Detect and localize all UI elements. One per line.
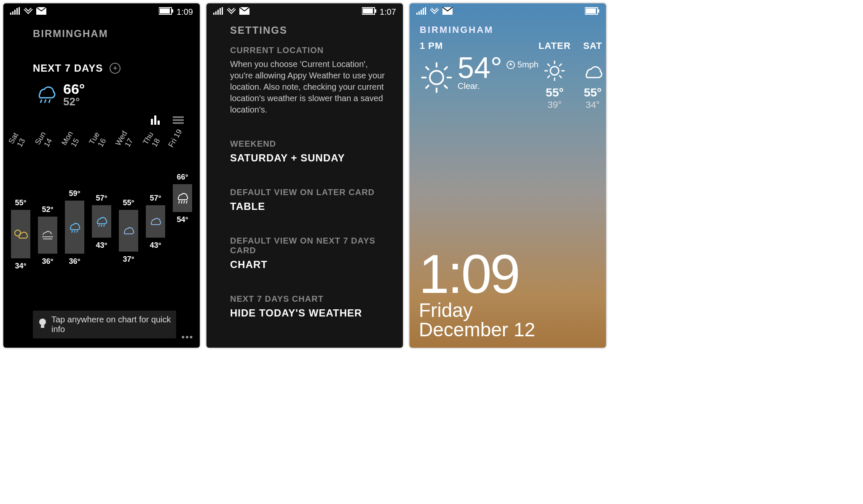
future-later: LATER55°39° [539, 40, 571, 110]
setting-description: When you choose 'Current Location', you'… [230, 59, 388, 115]
now-block: 1 PM 54° 5mph Clear. [420, 40, 539, 94]
setting-value: HIDE TODAY'S WEATHER [230, 307, 388, 319]
mail-icon [442, 7, 453, 17]
future-high: 55° [584, 86, 601, 99]
cloudy-icon [121, 224, 136, 237]
bar-low: 37° [123, 255, 134, 264]
partly-cloudy-icon [13, 228, 28, 240]
svg-rect-41 [421, 10, 422, 15]
svg-line-24 [179, 201, 180, 204]
svg-rect-40 [418, 11, 420, 15]
svg-rect-31 [215, 11, 217, 15]
setting-value: TABLE [230, 201, 388, 212]
svg-rect-3 [16, 8, 18, 15]
bar-column[interactable]: 55°37° [118, 164, 139, 281]
svg-rect-46 [586, 8, 596, 13]
bar-low: 36° [42, 257, 53, 266]
wifi-icon [227, 7, 236, 17]
clock-time: 1:09 [419, 249, 535, 299]
bar-low: 43° [150, 241, 161, 250]
more-button[interactable]: ••• [180, 332, 195, 346]
mail-icon [36, 7, 46, 17]
future-label: SAT [583, 40, 602, 51]
day-label: Wed 17 [113, 127, 145, 158]
current-high: 66° [63, 82, 85, 96]
svg-rect-8 [172, 9, 173, 13]
day-label: Sat 13 [5, 127, 37, 158]
svg-line-20 [77, 231, 78, 233]
svg-line-21 [99, 225, 99, 227]
svg-rect-1 [12, 11, 13, 15]
chart-view-button[interactable] [149, 115, 162, 126]
svg-rect-13 [173, 119, 184, 121]
settings-list: CURRENT LOCATIONWhen you choose 'Current… [230, 46, 388, 343]
hint-text: Tap anywhere on chart for quick info [51, 315, 171, 334]
svg-rect-43 [425, 7, 426, 15]
cloud-icon [581, 59, 605, 83]
svg-rect-9 [151, 119, 153, 125]
setting-next7-default[interactable]: DEFAULT VIEW ON NEXT 7 DAYS CARDCHART [230, 236, 388, 271]
svg-line-56 [444, 67, 448, 70]
bar-column[interactable]: 66°54° [172, 164, 193, 281]
day-label: Tue 16 [86, 127, 118, 158]
setting-current-location[interactable]: CURRENT LOCATIONWhen you choose 'Current… [230, 46, 388, 115]
svg-rect-12 [173, 116, 184, 118]
bar-column[interactable]: 55°34° [10, 164, 31, 281]
bar-high: 57° [150, 194, 161, 203]
setting-value: CHART [230, 259, 388, 271]
svg-rect-14 [173, 122, 184, 124]
bar-column[interactable]: 57°43° [145, 164, 166, 281]
svg-rect-32 [217, 10, 219, 15]
svg-line-22 [101, 225, 102, 227]
setting-weekend[interactable]: WEEKENDSATURDAY + SUNDAY [230, 139, 388, 164]
future-low: 34° [586, 99, 600, 110]
location-header: BIRMINGHAM [420, 24, 493, 35]
battery-icon [159, 7, 173, 17]
bar-column[interactable]: 57°43° [91, 164, 112, 281]
fog-icon [40, 229, 55, 241]
bar-column[interactable]: 52°36° [37, 164, 58, 281]
svg-rect-10 [154, 115, 156, 125]
status-bar: 1:09 [3, 3, 200, 20]
page-title: NEXT 7 DAYS [33, 62, 103, 74]
lockscreen: BIRMINGHAM 1 PM 54° 5mph Clear. [410, 3, 606, 348]
setting-later-default[interactable]: DEFAULT VIEW ON LATER CARDTABLE [230, 188, 388, 212]
setting-next7-chart[interactable]: NEXT 7 DAYS CHARTHIDE TODAY'S WEATHER [230, 294, 388, 319]
now-label: 1 PM [420, 40, 539, 51]
svg-line-23 [104, 225, 105, 227]
svg-line-53 [426, 67, 429, 70]
svg-rect-47 [598, 9, 599, 13]
future-sat: SAT55°34° [581, 40, 605, 110]
svg-point-48 [430, 71, 443, 84]
signal-icon [213, 7, 223, 17]
bar-high: 55° [15, 198, 26, 207]
battery-icon [585, 7, 599, 17]
settings-screen: 1:07 SETTINGS CURRENT LOCATIONWhen you c… [206, 3, 403, 348]
svg-rect-33 [220, 8, 221, 15]
bar-low: 36° [69, 257, 80, 266]
svg-line-55 [426, 85, 429, 88]
svg-line-63 [547, 64, 550, 66]
bar-high: 57° [96, 194, 107, 203]
svg-rect-29 [41, 325, 44, 328]
add-location-button[interactable]: + [110, 63, 121, 74]
svg-rect-38 [375, 9, 376, 13]
bar-column[interactable]: 59°36° [64, 164, 85, 281]
setting-label: DEFAULT VIEW ON NEXT 7 DAYS CARD [230, 236, 388, 255]
list-view-button[interactable] [172, 115, 185, 126]
current-low: 52° [63, 96, 85, 107]
clock-date: December 12 [419, 320, 535, 339]
day-label: Sun 14 [32, 127, 64, 158]
svg-line-54 [444, 85, 448, 88]
now-temp: 54° [458, 55, 502, 81]
svg-line-65 [547, 75, 550, 78]
svg-rect-42 [423, 8, 424, 15]
bar-high: 55° [123, 198, 134, 207]
svg-line-64 [559, 75, 562, 78]
forecast-chart[interactable]: Sat 13Sun 14Mon 15Tue 16Wed 17Thu 18Fri … [10, 130, 193, 281]
signal-icon [416, 7, 426, 17]
svg-point-58 [550, 67, 559, 75]
day-label: Mon 15 [59, 127, 91, 158]
bar-low: 34° [15, 262, 26, 271]
svg-rect-30 [213, 13, 214, 15]
